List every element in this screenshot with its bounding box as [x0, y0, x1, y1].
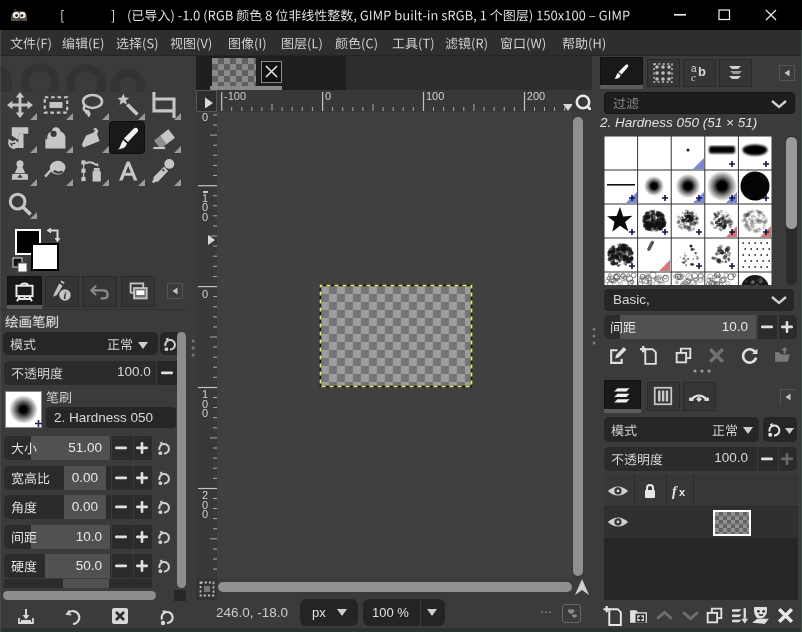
svg-text:x: x [679, 486, 686, 498]
svg-text:c: c [691, 71, 696, 83]
svg-text:f: f [672, 484, 678, 499]
svg-text:b: b [698, 64, 706, 79]
svg-text:i: i [64, 290, 67, 301]
